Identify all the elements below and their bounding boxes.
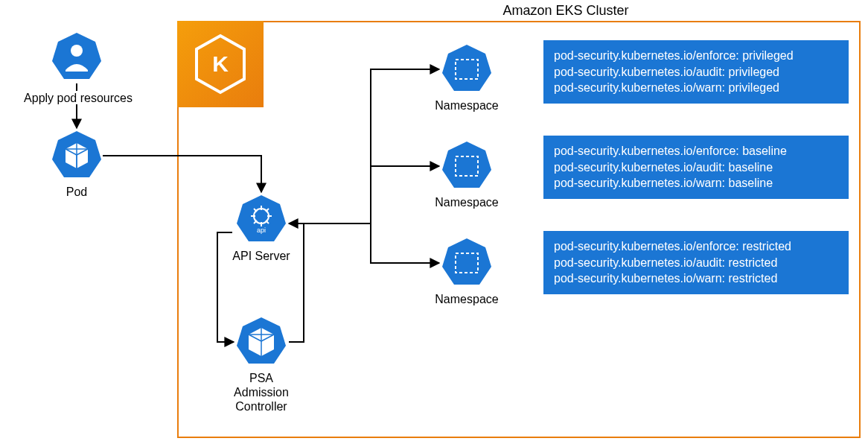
arrows-layer xyxy=(0,0,868,447)
